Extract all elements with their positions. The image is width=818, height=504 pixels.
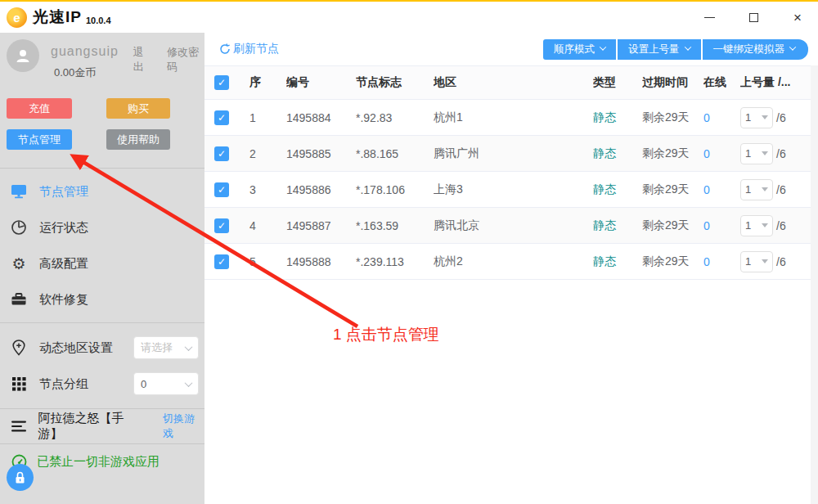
row-id: 1495885: [286, 147, 356, 160]
row-seq: 5: [249, 255, 286, 268]
row-id: 1495888: [286, 255, 356, 268]
header-online: 在线: [703, 75, 740, 90]
slots-select[interactable]: 1: [740, 215, 773, 236]
chevron-down-icon: [600, 43, 606, 50]
row-checkbox[interactable]: ✓: [214, 182, 229, 197]
row-type-badge: 静态: [593, 110, 642, 125]
row-node-mark: *.92.83: [356, 111, 434, 124]
slots-select[interactable]: 1: [740, 251, 773, 272]
row-region: 上海3: [434, 182, 593, 197]
pie-chart-icon: [11, 219, 27, 236]
tutorial-annotation: 1 点击节点管理: [333, 324, 439, 345]
caret-down-icon: [762, 115, 768, 119]
sidebar-item-run-status[interactable]: 运行状态: [0, 209, 204, 245]
row-node-mark: *.178.106: [356, 183, 434, 196]
location-plus-icon: [11, 340, 27, 356]
region-select[interactable]: 请选择: [133, 336, 199, 359]
row-online-count: 0: [703, 147, 740, 160]
sidebar-item-label: 节点管理: [39, 184, 88, 200]
lock-icon: [14, 471, 26, 484]
app-version: 10.0.4: [86, 16, 111, 25]
chevron-down-icon: [185, 343, 193, 351]
logout-link[interactable]: 退出: [133, 45, 152, 74]
slots-select[interactable]: 1: [740, 143, 773, 164]
row-checkbox[interactable]: ✓: [214, 110, 229, 125]
header-region: 地区: [434, 75, 593, 90]
node-manage-button[interactable]: 节点管理: [7, 129, 72, 150]
table-row: ✓ 5 1495888 *.239.113 杭州2 静态 剩余29天 0 1 /…: [204, 244, 818, 280]
current-game-label: 阿拉德之怒【手游】: [38, 411, 146, 442]
list-icon: [11, 418, 27, 434]
row-type-badge: 静态: [593, 182, 642, 197]
buy-button[interactable]: 购买: [106, 98, 170, 119]
close-button[interactable]: ×: [789, 8, 807, 26]
table-body: ✓ 1 1495884 *.92.83 杭州1 静态 剩余29天 0 1 /6: [204, 100, 818, 280]
recharge-button[interactable]: 充值: [7, 98, 72, 119]
row-checkbox[interactable]: ✓: [214, 146, 229, 161]
slots-total: /6: [776, 255, 786, 268]
bind-emulator-dropdown[interactable]: 一键绑定模拟器: [703, 39, 809, 60]
slots-total: /6: [776, 219, 786, 232]
toolbox-icon: [11, 291, 27, 308]
row-id: 1495886: [286, 183, 356, 196]
table-row: ✓ 1 1495884 *.92.83 杭州1 静态 剩余29天 0 1 /6: [204, 100, 818, 136]
help-button[interactable]: 使用帮助: [106, 129, 170, 150]
slots-total: /6: [776, 147, 786, 160]
minimize-button[interactable]: [700, 8, 718, 26]
title-bar: e 光速IP 10.0.4 ×: [0, 2, 818, 33]
select-all-checkbox[interactable]: ✓: [214, 75, 229, 90]
gear-icon: ⚙: [11, 255, 27, 272]
monitor-icon: [11, 183, 27, 200]
maximize-button[interactable]: [744, 8, 762, 26]
row-expire: 剩余29天: [642, 182, 703, 197]
row-expire: 剩余29天: [642, 218, 703, 233]
slots-select[interactable]: 1: [740, 179, 773, 200]
app-logo-icon: e: [7, 7, 27, 28]
sidebar-item-label: 运行状态: [39, 220, 88, 236]
refresh-icon: [219, 43, 231, 55]
row-checkbox[interactable]: ✓: [214, 254, 229, 269]
block-status-label: 已禁止一切非游戏应用: [37, 454, 160, 470]
row-seq: 1: [249, 111, 286, 124]
sidebar-item-software-repair[interactable]: 软件修复: [0, 281, 204, 317]
switch-game-link[interactable]: 切换游戏: [163, 412, 204, 441]
scrollbar-track[interactable]: [811, 65, 818, 504]
node-group-select-value: 0: [141, 378, 186, 390]
row-expire: 剩余29天: [642, 254, 703, 269]
chevron-down-icon: [684, 43, 690, 50]
refresh-nodes-button[interactable]: 刷新节点: [219, 42, 279, 56]
balance-label: 0.00金币: [54, 65, 96, 80]
slots-select[interactable]: 1: [740, 107, 773, 128]
header-id: 编号: [286, 75, 356, 90]
person-icon: [14, 47, 32, 65]
region-select-value: 请选择: [141, 340, 186, 355]
row-region: 杭州1: [434, 110, 593, 125]
row-expire: 剩余29天: [642, 110, 703, 125]
lock-button[interactable]: [7, 464, 34, 491]
caret-down-icon: [762, 223, 768, 227]
caret-down-icon: [762, 151, 768, 155]
sidebar-item-advanced-config[interactable]: ⚙ 高级配置: [0, 245, 204, 281]
dynamic-region-label: 动态地区设置: [39, 340, 113, 356]
node-group-label: 节点分组: [39, 376, 88, 392]
row-seq: 4: [249, 219, 286, 232]
caret-down-icon: [762, 259, 768, 263]
header-seq: 序: [249, 75, 286, 90]
sidebar-item-node-manage[interactable]: 节点管理: [0, 173, 204, 209]
refresh-label: 刷新节点: [233, 42, 279, 56]
set-login-count-dropdown[interactable]: 设置上号量: [618, 39, 701, 60]
row-checkbox[interactable]: ✓: [214, 218, 229, 233]
chevron-down-icon: [789, 43, 796, 50]
node-group-select[interactable]: 0: [133, 372, 199, 395]
order-mode-dropdown[interactable]: 顺序模式: [543, 39, 616, 60]
row-online-count: 0: [703, 219, 740, 232]
row-type-badge: 静态: [593, 254, 642, 269]
sidebar: guangsuip 退出 修改密码 0.00金币 充值 购买 节点管理 使用帮助: [0, 33, 204, 504]
change-password-link[interactable]: 修改密码: [167, 45, 204, 74]
sidebar-item-label: 软件修复: [39, 292, 88, 308]
grid-icon: [11, 376, 27, 392]
row-online-count: 0: [703, 183, 740, 196]
row-seq: 3: [249, 183, 286, 196]
table-row: ✓ 4 1495887 *.163.59 腾讯北京 静态 剩余29天 0 1 /…: [204, 208, 818, 244]
row-id: 1495884: [286, 111, 356, 124]
